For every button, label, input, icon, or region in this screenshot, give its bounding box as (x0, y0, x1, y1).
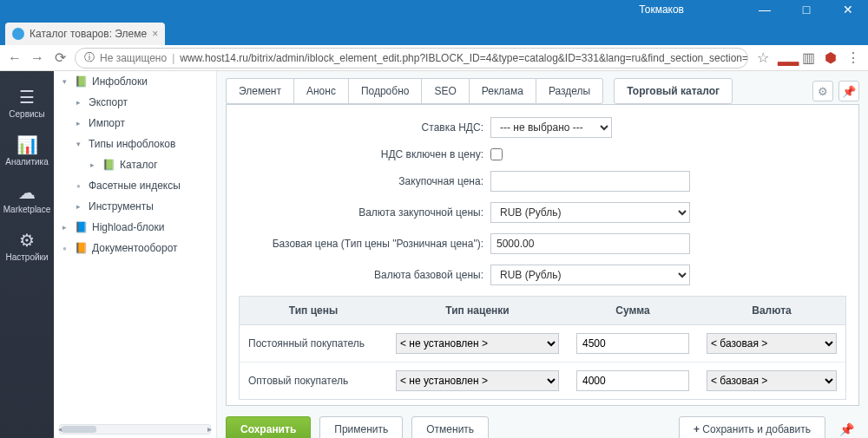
purchase-currency-label: Валюта закупочной цены: (239, 206, 490, 219)
browser-tabs-row: Каталог товаров: Элеме × (0, 19, 868, 45)
price-table: Тип цены Тип наценки Сумма Валюта Постоя… (239, 296, 846, 400)
nav-back-icon[interactable]: ← (7, 50, 23, 66)
tab-anons[interactable]: Анонс (293, 78, 348, 104)
currency-select[interactable]: < базовая > (707, 333, 837, 354)
window-title-bar: Токмаков — □ ✕ (0, 0, 868, 19)
window-close-button[interactable]: ✕ (835, 3, 861, 16)
tab-sections[interactable]: Разделы (536, 78, 603, 104)
apply-button[interactable]: Применить (319, 416, 403, 438)
form-tabs: Элемент Анонс Подробно SEO Реклама Разде… (217, 71, 868, 104)
base-currency-label: Валюта базовой цены: (239, 269, 490, 281)
footer-pin-icon[interactable]: 📌 (834, 422, 859, 436)
vat-included-checkbox[interactable] (490, 148, 503, 160)
vat-included-label: НДС включен в цену: (239, 148, 490, 160)
rail-item-analytics[interactable]: 📊 Аналитика (0, 127, 54, 175)
save-and-add-button[interactable]: Сохранить и добавить (679, 416, 825, 438)
save-button[interactable]: Сохранить (226, 416, 311, 438)
tab-seo[interactable]: SEO (421, 78, 468, 104)
sum-input[interactable] (576, 370, 689, 391)
bookmark-star-icon[interactable]: ☆ (755, 49, 771, 66)
address-bar[interactable]: ⓘ Не защищено | www.host14.ru/bitrix/adm… (75, 48, 748, 69)
price-row-type: Постоянный покупатель (240, 330, 387, 357)
nav-forward-icon[interactable]: → (30, 50, 45, 66)
form-panel: Ставка НДС: --- не выбрано --- НДС включ… (226, 104, 859, 406)
tab-ads[interactable]: Реклама (469, 78, 536, 104)
insecure-icon: ⓘ (84, 50, 95, 65)
base-price-input[interactable] (490, 233, 690, 254)
chevron-down-icon: ▾ (76, 140, 83, 148)
tab-element[interactable]: Элемент (226, 78, 293, 104)
gear-icon: ⚙ (19, 232, 35, 249)
col-currency: Валюта (698, 297, 845, 324)
extension-icon[interactable]: ▂▂ (778, 49, 793, 66)
sum-input[interactable] (576, 333, 689, 354)
dot-icon: ● (62, 245, 69, 252)
markup-select[interactable]: < не установлен > (396, 370, 559, 391)
browser-tab-title: Каталог товаров: Элеме (30, 28, 147, 40)
rail-item-label: Сервисы (9, 109, 44, 119)
browser-tab[interactable]: Каталог товаров: Элеме × (5, 23, 165, 45)
rail-item-label: Настройки (5, 252, 48, 262)
tree-item-workflow[interactable]: ●📙Документооборот (54, 238, 216, 258)
window-minimize-button[interactable]: — (752, 3, 778, 16)
price-row: Постоянный покупатель < не установлен > … (240, 325, 845, 363)
book-icon: 📗 (102, 159, 115, 171)
markup-select[interactable]: < не установлен > (396, 333, 559, 354)
chevron-down-icon: ▾ (62, 77, 69, 86)
browser-menu-icon[interactable]: ⋮ (845, 49, 861, 66)
tab-pin-button[interactable]: 📌 (838, 81, 859, 101)
pin-icon: 📌 (842, 85, 856, 98)
dot-icon: ● (76, 182, 83, 190)
col-markup-type: Тип наценки (387, 297, 568, 324)
book-icon: 📘 (75, 221, 87, 233)
vat-select[interactable]: --- не выбрано --- (490, 117, 612, 138)
scroll-right-icon[interactable]: ▸ (207, 424, 212, 434)
purchase-price-label: Закупочная цена: (239, 175, 490, 187)
chevron-right-icon: ▸ (90, 160, 97, 169)
base-currency-select[interactable]: RUB (Рубль) (490, 265, 690, 285)
admin-rail: ☰ Сервисы 📊 Аналитика ☁ Marketplace ⚙ На… (0, 71, 54, 438)
tree-horizontal-scrollbar[interactable]: ◂ ▸ (59, 424, 211, 435)
browser-tab-close-icon[interactable]: × (152, 28, 158, 40)
tree-item-tools[interactable]: ▸Инструменты (54, 196, 216, 217)
currency-select[interactable]: < базовая > (707, 370, 837, 391)
col-sum: Сумма (568, 297, 698, 324)
tab-settings-button[interactable]: ⚙ (812, 81, 833, 101)
cancel-button[interactable]: Отменить (411, 416, 489, 438)
vat-label: Ставка НДС: (239, 121, 490, 134)
tree-item-infoblocks[interactable]: ▾📗Инфоблоки (54, 71, 216, 92)
rail-item-marketplace[interactable]: ☁ Marketplace (0, 175, 54, 223)
scrollbar-thumb[interactable] (62, 426, 96, 433)
rail-item-settings[interactable]: ⚙ Настройки (0, 223, 54, 271)
tree-item-iblock-types[interactable]: ▾Типы инфоблоков (54, 134, 216, 154)
purchase-currency-select[interactable]: RUB (Рубль) (490, 202, 690, 223)
address-url: www.host14.ru/bitrix/admin/iblock_elemen… (180, 52, 748, 64)
tree-item-highload[interactable]: ▸📘Highload-блоки (54, 217, 216, 238)
chevron-right-icon: ▸ (76, 98, 83, 107)
extension-icon[interactable]: ⬢ (823, 49, 838, 66)
chevron-right-icon: ▸ (76, 202, 83, 211)
tab-trade-catalog[interactable]: Торговый каталог (614, 78, 733, 104)
tree-item-catalog[interactable]: ▸📗Каталог (54, 154, 216, 175)
window-username: Токмаков (639, 3, 684, 16)
chevron-right-icon: ▸ (76, 119, 83, 127)
col-price-type: Тип цены (240, 297, 387, 324)
window-maximize-button[interactable]: □ (793, 3, 819, 16)
favicon-icon (12, 28, 24, 40)
purchase-price-input[interactable] (490, 171, 690, 192)
form-footer: Сохранить Применить Отменить Сохранить и… (226, 416, 859, 438)
rail-item-services[interactable]: ☰ Сервисы (0, 80, 54, 127)
book-icon: 📗 (75, 75, 87, 88)
chevron-right-icon: ▸ (62, 223, 69, 232)
chart-icon: 📊 (16, 136, 38, 154)
tree-item-export[interactable]: ▸Экспорт (54, 92, 216, 113)
tab-detail[interactable]: Подробно (348, 78, 422, 104)
rail-item-label: Marketplace (3, 205, 50, 214)
book-icon: 📙 (75, 242, 87, 254)
base-price-label: Базовая цена (Тип цены "Розничная цена")… (239, 238, 490, 250)
main-content: Элемент Анонс Подробно SEO Реклама Разде… (217, 71, 868, 438)
tree-item-facet-indexes[interactable]: ●Фасетные индексы (54, 175, 216, 196)
nav-reload-icon[interactable]: ⟳ (52, 49, 68, 66)
extension-icon[interactable]: ▥ (800, 49, 816, 66)
tree-item-import[interactable]: ▸Импорт (54, 113, 216, 134)
